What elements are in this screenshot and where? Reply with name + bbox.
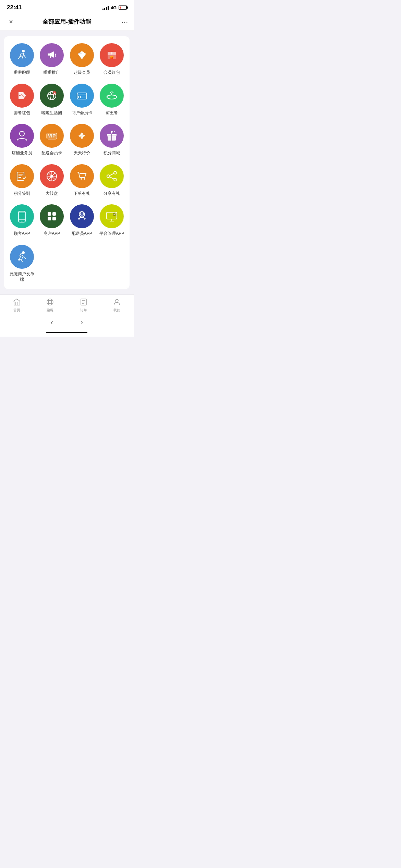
svg-point-67 [22,251,25,254]
app-item-paopao-promo[interactable]: 啦啦推广 [38,43,66,75]
svg-point-73 [51,303,52,304]
signal-icon [102,5,109,10]
app-icon-life-circle: ▶ [40,84,64,108]
nav-item-paopao[interactable]: 跑腿 [34,298,67,313]
nav-item-home[interactable]: 首页 [0,298,34,313]
app-icon-member-redpack: ¥福 [100,43,124,67]
app-label-life-circle: 啦啦生活圈 [41,110,62,116]
svg-rect-38 [22,176,27,180]
back-arrow[interactable]: ‹ [51,318,53,327]
svg-rect-57 [52,212,56,216]
bottom-nav: 首页 跑腿 订单 我的 [0,294,134,314]
nav-mine-label: 我的 [113,308,120,313]
app-icon-paopao-promo [40,43,64,67]
svg-rect-56 [48,212,51,216]
app-label-customer-app: 顾客APP [14,231,30,237]
svg-text:福: 福 [110,56,113,60]
svg-point-68 [47,299,53,305]
svg-line-51 [110,177,114,179]
app-item-merchant-card[interactable]: 商户会员卡 [68,84,96,116]
app-icon-merchant-card [70,84,94,108]
svg-point-0 [22,50,25,52]
app-item-life-circle[interactable]: ▶啦啦生活圈 [38,84,66,116]
app-label-paopao-running: 啦啦跑腿 [14,70,30,75]
app-item-paopao-merchant[interactable]: 跑腿商户发单端 [8,245,36,282]
app-icon-points-checkin [10,164,34,188]
nav-item-order[interactable]: 订单 [67,298,100,313]
svg-point-47 [114,171,117,174]
app-item-points-checkin[interactable]: 积分签到 [8,164,36,196]
app-item-merchant-app[interactable]: 商户APP [38,204,66,237]
app-item-share-gift[interactable]: 分享有礼 [98,164,126,196]
svg-point-72 [48,303,49,304]
app-item-customer-app[interactable]: 顾客APP [8,204,36,237]
nav-arrows: ‹ › [0,314,134,330]
app-label-share-gift: 分享有礼 [104,191,120,196]
nav-paopao-label: 跑腿 [47,308,53,313]
nav-item-mine[interactable]: 我的 [100,298,134,313]
app-item-super-member[interactable]: 超级会员 [68,43,96,75]
app-item-daily-deal[interactable]: %天天特价 [68,124,96,156]
app-label-paopao-merchant: 跑腿商户发单端 [8,272,36,282]
svg-point-8 [19,95,21,96]
svg-text:¥: ¥ [111,51,113,55]
app-label-super-member: 超级会员 [74,70,90,75]
app-label-member-redpack: 会员红包 [104,70,120,75]
svg-point-60 [79,212,85,217]
app-item-wheel[interactable]: 大转盘 [38,164,66,196]
home-indicator [0,330,134,337]
app-icon-daily-deal: % [70,124,94,148]
app-label-platform-app: 平台管理APP [99,231,124,237]
svg-rect-59 [52,217,56,220]
app-item-store-staff[interactable]: 店铺业务员 [8,124,36,156]
app-icon-merchant-app [40,204,64,228]
status-time: 22:41 [7,4,22,11]
app-icon-paopao-running [10,43,34,67]
svg-point-45 [81,178,82,180]
svg-point-78 [116,299,118,302]
app-icon-order-gift [70,164,94,188]
app-item-delivery-vip[interactable]: VIP配送会员卡 [38,124,66,156]
svg-point-22 [20,131,24,136]
app-label-order-gift: 下单有礼 [74,191,90,196]
forward-arrow[interactable]: › [81,318,83,327]
app-item-points-mall[interactable]: F积分商城 [98,124,126,156]
app-item-member-redpack[interactable]: ¥福会员红包 [98,43,126,75]
app-icon-paopao-merchant [10,245,34,269]
app-label-bawang-meal: 霸王餐 [106,110,118,116]
app-label-delivery-app: 配送员APP [72,231,92,237]
app-icon-share-gift [100,164,124,188]
app-label-store-staff: 店铺业务员 [12,150,32,156]
order-icon [79,298,88,306]
svg-point-48 [107,175,110,178]
svg-line-50 [110,173,114,176]
svg-text:F: F [114,131,116,134]
app-label-wheel: 大转盘 [46,191,58,196]
battery-icon [119,5,127,10]
app-label-merchant-app: 商户APP [44,231,60,237]
svg-point-71 [51,300,52,301]
more-button[interactable]: ··· [117,18,128,26]
status-bar: 22:41 4G [0,0,134,14]
app-item-delivery-app[interactable]: 配送员APP [68,204,96,237]
status-icons: 4G [102,5,127,10]
app-label-combo-redpack: 套餐红包 [14,110,30,116]
app-item-combo-redpack[interactable]: 套餐红包 [8,84,36,116]
app-icon-super-member [70,43,94,67]
page-title: 全部应用-插件功能 [16,18,117,26]
app-icon-delivery-app [70,204,94,228]
close-button[interactable]: × [5,18,16,26]
svg-text:VIP: VIP [48,133,56,138]
svg-point-18 [78,96,81,98]
app-label-delivery-vip: 配送会员卡 [41,150,62,156]
app-label-merchant-card: 商户会员卡 [72,110,92,116]
app-icon-wheel [40,164,64,188]
app-item-order-gift[interactable]: 下单有礼 [68,164,96,196]
app-item-paopao-running[interactable]: 啦啦跑腿 [8,43,36,75]
nav-order-label: 订单 [80,308,87,313]
svg-rect-16 [77,93,87,99]
app-item-platform-app[interactable]: 平台管理APP [98,204,126,237]
mine-icon [112,298,121,306]
app-item-bawang-meal[interactable]: 霸王餐 [98,84,126,116]
home-icon [12,298,21,306]
